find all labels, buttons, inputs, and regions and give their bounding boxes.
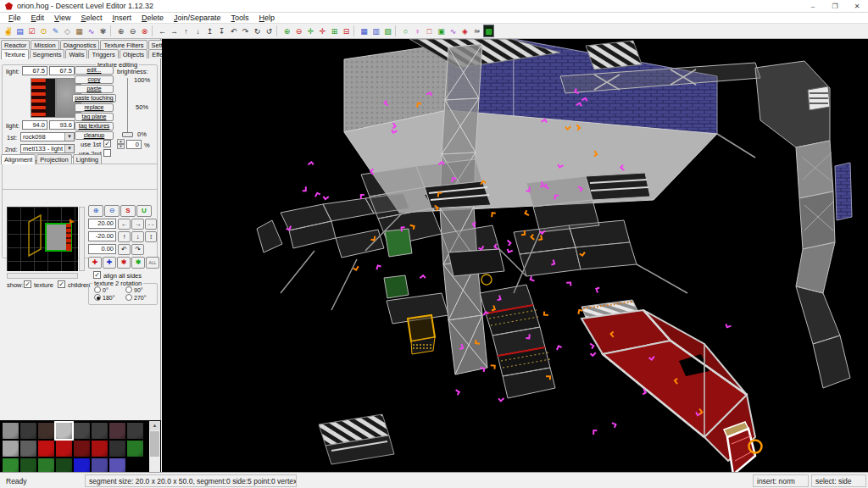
close-button[interactable]: ✕ <box>846 0 868 13</box>
snap-h-button[interactable]: →← <box>145 219 157 230</box>
menu-tools[interactable]: Tools <box>226 13 254 24</box>
rotate-right-icon[interactable]: ↷ <box>240 25 251 37</box>
texture-swatch[interactable] <box>20 423 36 439</box>
rotate-cw-icon[interactable]: ↻ <box>252 25 263 37</box>
save-icon[interactable]: ▤ <box>14 25 25 37</box>
texture-preview-2nd[interactable] <box>31 78 56 118</box>
rotate-left-icon[interactable]: ↶ <box>228 25 239 37</box>
viewport-3d[interactable] <box>162 39 868 472</box>
move-back-icon[interactable]: ↧ <box>216 25 227 37</box>
add-point-icon[interactable]: ✛ <box>305 25 316 37</box>
tab-reactor[interactable]: Reactor <box>1 40 30 49</box>
texture-view-icon[interactable]: ▩ <box>483 25 494 37</box>
window-export-icon[interactable]: ▧ <box>382 25 393 37</box>
snap-v-button[interactable]: ↕ <box>145 231 157 242</box>
delete-cube-icon[interactable]: ⊟ <box>341 25 352 37</box>
tab-segments[interactable]: Segments <box>30 49 65 58</box>
tab-diagnostics[interactable]: Diagnostics <box>60 40 100 49</box>
rotate-ccw-icon[interactable]: ↺ <box>264 25 275 37</box>
texture-apply-icon[interactable]: ▦ <box>74 25 85 37</box>
align-zoom-out-button[interactable]: ⊖ <box>104 205 120 217</box>
chevron-down-icon[interactable]: ▼ <box>64 145 74 152</box>
menu-join-separate[interactable]: Join/Separate <box>169 13 226 24</box>
texture-swatch[interactable] <box>109 423 125 439</box>
offset-spinner[interactable]: ▲▼ <box>117 139 125 149</box>
add-segment-icon[interactable]: ⊕ <box>281 25 292 37</box>
light-field-top-2[interactable]: 67.5 <box>49 66 75 75</box>
menu-insert[interactable]: Insert <box>107 13 136 24</box>
curve-tool-icon[interactable]: ∿ <box>86 25 97 37</box>
texture-swatch[interactable] <box>74 441 90 457</box>
menu-delete[interactable]: Delete <box>136 13 169 24</box>
texture-swatch[interactable] <box>38 423 54 439</box>
gear-icon[interactable]: ✾ <box>97 25 108 37</box>
tab-triggers[interactable]: Triggers <box>88 49 118 58</box>
tab-mission[interactable]: Mission <box>31 40 58 49</box>
texture-swatch[interactable] <box>74 423 90 439</box>
offset-field[interactable]: 0 <box>126 140 142 149</box>
lightbulb-icon[interactable]: ʘ <box>38 25 49 37</box>
stretch-s-button[interactable]: S <box>120 205 136 217</box>
rotate-ccw-button[interactable]: ↶ <box>118 244 131 255</box>
maximize-button[interactable]: ❐ <box>824 0 846 13</box>
cube-wire-icon[interactable]: ◇ <box>62 25 73 37</box>
scroll-up-icon[interactable]: ▲ <box>149 421 160 430</box>
tab-objects[interactable]: Objects <box>120 49 147 58</box>
tag-textures-button[interactable]: tag textures <box>75 122 114 130</box>
menu-edit[interactable]: Edit <box>26 13 50 24</box>
pan-left-icon[interactable]: ← <box>157 25 168 37</box>
pan-down-icon[interactable]: ↓ <box>192 25 203 37</box>
pan-hand-icon[interactable]: ✌ <box>3 25 14 37</box>
shift-left-button[interactable]: ← <box>118 219 131 230</box>
mark-check-icon[interactable]: ☑ <box>26 25 37 37</box>
pan-right-icon[interactable]: → <box>169 25 180 37</box>
replace-button[interactable]: replace <box>75 103 114 112</box>
edit-button[interactable]: edit... <box>75 66 114 75</box>
zoom-out-icon[interactable]: ⊖ <box>127 25 138 37</box>
use-first-checkbox[interactable]: ✓ <box>103 140 111 147</box>
texture-swatch[interactable] <box>3 423 19 439</box>
select-curve-icon[interactable]: ∿ <box>448 25 459 37</box>
align-all-button[interactable]: ALL <box>146 257 159 269</box>
align-y-field[interactable]: -20.00 <box>88 231 116 241</box>
second-texture-combo[interactable]: metl133 - light ▼ <box>20 144 75 153</box>
texture-swatch[interactable] <box>20 441 36 457</box>
texture-swatch[interactable] <box>3 441 19 457</box>
menu-select[interactable]: Select <box>75 13 107 24</box>
tab-texture-filters[interactable]: Texture Filters <box>100 40 147 49</box>
align-x-field[interactable]: 20.00 <box>88 219 116 229</box>
texture-swatch[interactable] <box>127 423 143 439</box>
align-zoom-in-button[interactable]: ⊕ <box>88 205 103 217</box>
tag-plane-button[interactable]: tag plane <box>75 113 114 121</box>
texture-swatch[interactable] <box>56 441 72 457</box>
rotation-option-180[interactable]: 180° <box>94 294 125 302</box>
renumber-icon[interactable]: R# <box>471 25 482 37</box>
brightness-slider-thumb[interactable] <box>122 132 133 137</box>
texture-swatch[interactable] <box>92 441 108 457</box>
tab-walls[interactable]: Walls <box>65 49 87 58</box>
shift-up-button[interactable]: ↑ <box>118 231 131 242</box>
zoom-reset-icon[interactable]: ⊗ <box>139 25 150 37</box>
select-circle-icon[interactable]: ○ <box>400 25 411 37</box>
delete-point-icon[interactable]: ✛ <box>317 25 328 37</box>
first-texture-combo[interactable]: rock098 ▼ <box>20 132 75 141</box>
chevron-down-icon[interactable]: ▼ <box>64 133 74 141</box>
select-cube-green-icon[interactable]: ▣ <box>436 25 447 37</box>
align-rotation-field[interactable]: 0.00 <box>88 244 116 254</box>
align-h-button[interactable]: ✚ <box>88 257 102 269</box>
move-forward-icon[interactable]: ↥ <box>204 25 215 37</box>
radio-icon[interactable] <box>125 286 132 293</box>
copy-button[interactable]: copy <box>75 75 114 84</box>
shift-right-button[interactable]: → <box>131 219 144 230</box>
select-side-icon[interactable]: □ <box>424 25 435 37</box>
paste-touching-button[interactable]: paste touching <box>72 94 116 103</box>
radio-icon[interactable] <box>125 294 132 301</box>
brightness-slider-track[interactable] <box>127 78 128 136</box>
pencil-icon[interactable]: ✎ <box>50 25 61 37</box>
rotation-option-270[interactable]: 270° <box>125 294 157 302</box>
palette-scroll-thumb[interactable] <box>150 431 159 457</box>
align-vscrollbar[interactable] <box>79 207 85 271</box>
delete-segment-icon[interactable]: ⊖ <box>293 25 304 37</box>
menu-file[interactable]: File <box>3 13 26 24</box>
texture-swatch[interactable] <box>127 441 143 457</box>
